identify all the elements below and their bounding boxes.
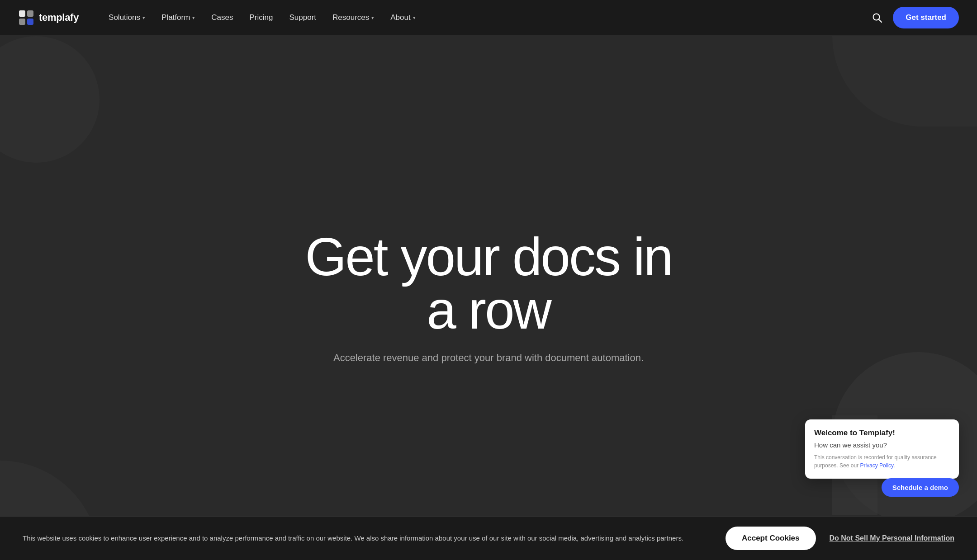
nav-platform[interactable]: Platform ▾ — [154, 9, 202, 26]
deco-circle-top-left — [0, 36, 100, 163]
nav-resources[interactable]: Resources ▾ — [325, 9, 381, 26]
navbar-right: Get started — [868, 7, 959, 28]
accept-cookies-button[interactable]: Accept Cookies — [726, 527, 816, 550]
search-button[interactable] — [868, 9, 886, 26]
do-not-sell-link[interactable]: Do Not Sell My Personal Information — [830, 534, 954, 542]
svg-rect-0 — [19, 10, 25, 17]
nav-menu: Solutions ▾ Platform ▾ Cases Pricing Sup… — [101, 9, 868, 26]
privacy-policy-link[interactable]: Privacy Policy — [860, 462, 893, 469]
chat-widget-subtitle: How can we assist you? — [814, 441, 950, 449]
nav-cases[interactable]: Cases — [204, 9, 240, 26]
svg-line-5 — [879, 19, 882, 22]
cookie-actions: Accept Cookies Do Not Sell My Personal I… — [726, 527, 954, 550]
cookie-text: This website uses cookies to enhance use… — [23, 533, 707, 544]
chat-widget-disclaimer: This conversation is recorded for qualit… — [814, 453, 950, 470]
hero-title: Get your docs in a row — [285, 230, 692, 337]
hero-subtitle: Accelerate revenue and protect your bran… — [333, 350, 644, 365]
about-chevron-icon: ▾ — [413, 15, 416, 21]
cookie-banner: This website uses cookies to enhance use… — [0, 516, 977, 560]
get-started-button[interactable]: Get started — [893, 7, 959, 28]
nav-about[interactable]: About ▾ — [383, 9, 422, 26]
search-icon — [872, 13, 882, 23]
navbar: templafy Solutions ▾ Platform ▾ Cases Pr… — [0, 0, 977, 35]
logo-text: templafy — [39, 12, 79, 24]
chat-widget: Welcome to Templafy! How can we assist y… — [805, 419, 959, 479]
hero-content: Get your docs in a row Accelerate revenu… — [285, 230, 692, 365]
resources-chevron-icon: ▾ — [371, 15, 374, 21]
platform-chevron-icon: ▾ — [192, 15, 195, 21]
svg-rect-1 — [27, 10, 33, 17]
nav-solutions[interactable]: Solutions ▾ — [101, 9, 152, 26]
logo-link[interactable]: templafy — [18, 9, 79, 26]
solutions-chevron-icon: ▾ — [142, 15, 145, 21]
deco-shape-top-right — [832, 36, 977, 127]
svg-rect-3 — [27, 19, 33, 25]
logo-icon — [18, 9, 34, 26]
chat-widget-title: Welcome to Templafy! — [814, 428, 950, 438]
nav-pricing[interactable]: Pricing — [242, 9, 280, 26]
nav-support[interactable]: Support — [282, 9, 323, 26]
svg-rect-2 — [19, 19, 25, 25]
schedule-demo-button[interactable]: Schedule a demo — [882, 478, 959, 497]
